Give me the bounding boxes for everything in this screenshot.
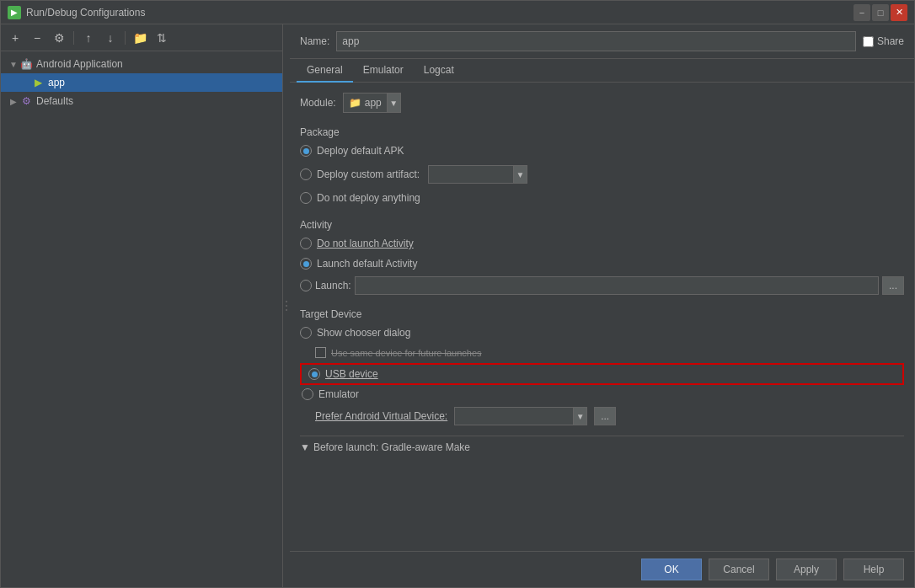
tree-arrow-app (19, 77, 31, 88)
deploy-custom-artifact-label: Deploy custom artifact: (317, 168, 420, 180)
before-launch-header[interactable]: ▼ Before launch: Gradle-aware Make (300, 441, 904, 453)
toolbar-separator-1 (73, 31, 74, 45)
avd-row: Prefer Android Virtual Device: ▼ ... (300, 407, 904, 425)
before-launch-arrow-icon: ▼ (300, 441, 310, 453)
defaults-label: Defaults (36, 95, 73, 107)
module-folder-icon: 📁 (349, 97, 361, 109)
avd-browse-button[interactable]: ... (594, 407, 616, 425)
share-checkbox[interactable] (863, 36, 874, 47)
use-same-device-checkbox[interactable] (315, 347, 326, 358)
launch-default-option: Launch default Activity (300, 256, 904, 271)
launch-row: Launch: ... (300, 276, 904, 295)
defaults-icon: ⚙ (19, 94, 33, 108)
close-button[interactable]: ✕ (891, 4, 907, 21)
tab-emulator[interactable]: Emulator (353, 59, 414, 83)
module-select[interactable]: 📁 app (344, 97, 387, 109)
emulator-radio[interactable] (302, 388, 313, 400)
deploy-default-apk-label: Deploy default APK (317, 145, 404, 157)
launch-label: Launch: (315, 280, 351, 291)
do-not-launch-option: Do not launch Activity (300, 236, 904, 251)
sort-button[interactable]: ⇅ (152, 29, 171, 47)
launch-radio[interactable] (300, 280, 312, 291)
tree-arrow-android: ▼ (8, 58, 19, 70)
move-down-button[interactable]: ↓ (101, 29, 120, 47)
avd-dropdown-arrow[interactable]: ▼ (573, 408, 586, 425)
activity-section: Activity Do not launch Activity Launch d… (300, 219, 904, 295)
usb-device-highlighted-area: USB device (300, 363, 904, 385)
app-label: app (48, 77, 65, 88)
tree-item-app[interactable]: ▶ app (1, 73, 282, 92)
use-same-device-option: Use same device for future launches (300, 345, 904, 360)
move-up-button[interactable]: ↑ (79, 29, 98, 47)
tab-bar: General Emulator Logcat (290, 59, 914, 83)
tree-item-defaults[interactable]: ▶ ⚙ Defaults (1, 92, 282, 110)
usb-device-radio[interactable] (308, 368, 320, 380)
right-panel: Name: Share General Emulator Logcat Modu… (290, 24, 914, 587)
deploy-default-apk-radio[interactable] (300, 145, 312, 157)
configurations-toolbar: + − ⚙ ↑ ↓ 📁 ⇅ (1, 24, 282, 51)
apply-button[interactable]: Apply (776, 559, 837, 580)
launch-browse-button[interactable]: ... (882, 276, 904, 295)
module-value: app (365, 97, 382, 109)
launch-default-label: Launch default Activity (317, 258, 417, 270)
window-controls: − □ ✕ (853, 4, 907, 21)
name-input[interactable] (336, 31, 856, 51)
maximize-button[interactable]: □ (872, 4, 889, 21)
resize-dots (286, 301, 287, 311)
name-label: Name: (300, 35, 329, 47)
launch-default-radio[interactable] (300, 258, 312, 270)
share-label: Share (877, 35, 904, 47)
show-chooser-radio[interactable] (300, 327, 312, 339)
left-panel: + − ⚙ ↑ ↓ 📁 ⇅ ▼ 🤖 Android Application (1, 24, 283, 587)
ok-button[interactable]: OK (641, 559, 702, 580)
run-debug-configurations-window: ▶ Run/Debug Configurations − □ ✕ + − ⚙ ↑… (0, 0, 915, 588)
tree-arrow-defaults: ▶ (8, 95, 19, 107)
custom-artifact-dropdown-arrow[interactable]: ▼ (513, 166, 527, 183)
do-not-launch-label: Do not launch Activity (317, 238, 414, 249)
do-not-deploy-radio[interactable] (300, 192, 312, 204)
bottom-bar: OK Cancel Apply Help (290, 551, 914, 587)
launch-input[interactable] (355, 276, 879, 295)
module-dropdown-arrow[interactable]: ▼ (387, 94, 400, 112)
remove-config-button[interactable]: − (28, 29, 46, 47)
tab-logcat[interactable]: Logcat (414, 59, 464, 83)
emulator-option: Emulator (300, 388, 904, 400)
before-launch-section: ▼ Before launch: Gradle-aware Make (300, 436, 904, 453)
do-not-deploy-label: Do not deploy anything (317, 192, 420, 204)
window-icon: ▶ (8, 6, 21, 19)
minimize-button[interactable]: − (853, 4, 870, 21)
configurations-tree: ▼ 🤖 Android Application ▶ app ▶ ⚙ Defaul… (1, 51, 282, 587)
usb-device-label: USB device (325, 368, 378, 380)
deploy-custom-artifact-option: Deploy custom artifact: ▼ (300, 163, 904, 185)
prefer-avd-label: Prefer Android Virtual Device: (315, 410, 447, 422)
show-chooser-option: Show chooser dialog (300, 325, 904, 340)
tab-general[interactable]: General (297, 59, 353, 83)
emulator-label: Emulator (318, 388, 359, 400)
window-title: Run/Debug Configurations (26, 7, 853, 19)
module-row: Module: 📁 app ▼ (300, 93, 904, 113)
resize-handle[interactable] (283, 24, 290, 587)
module-label: Module: (300, 97, 336, 109)
title-bar: ▶ Run/Debug Configurations − □ ✕ (1, 1, 914, 24)
deploy-custom-artifact-radio[interactable] (300, 168, 312, 180)
package-section-title: Package (300, 126, 904, 138)
tree-item-android-application[interactable]: ▼ 🤖 Android Application (1, 55, 282, 73)
cancel-button[interactable]: Cancel (709, 559, 769, 580)
android-icon: 🤖 (19, 57, 33, 71)
toolbar-separator-2 (125, 31, 126, 45)
deploy-default-apk-option: Deploy default APK (300, 143, 904, 158)
main-content: + − ⚙ ↑ ↓ 📁 ⇅ ▼ 🤖 Android Application (1, 24, 914, 587)
do-not-launch-radio[interactable] (300, 238, 312, 249)
android-application-label: Android Application (36, 58, 123, 70)
copy-config-button[interactable]: ⚙ (50, 29, 68, 47)
target-device-section: Target Device Show chooser dialog Use sa… (300, 308, 904, 425)
add-config-button[interactable]: + (6, 29, 24, 47)
folder-button[interactable]: 📁 (131, 29, 149, 47)
show-chooser-label: Show chooser dialog (317, 327, 410, 339)
help-button[interactable]: Help (843, 559, 904, 580)
config-content: Module: 📁 app ▼ Package Deploy defau (290, 83, 914, 551)
do-not-deploy-option: Do not deploy anything (300, 190, 904, 206)
package-section: Package Deploy default APK Deploy custom… (300, 126, 904, 206)
activity-section-title: Activity (300, 219, 904, 231)
share-checkbox-area: Share (863, 35, 904, 47)
